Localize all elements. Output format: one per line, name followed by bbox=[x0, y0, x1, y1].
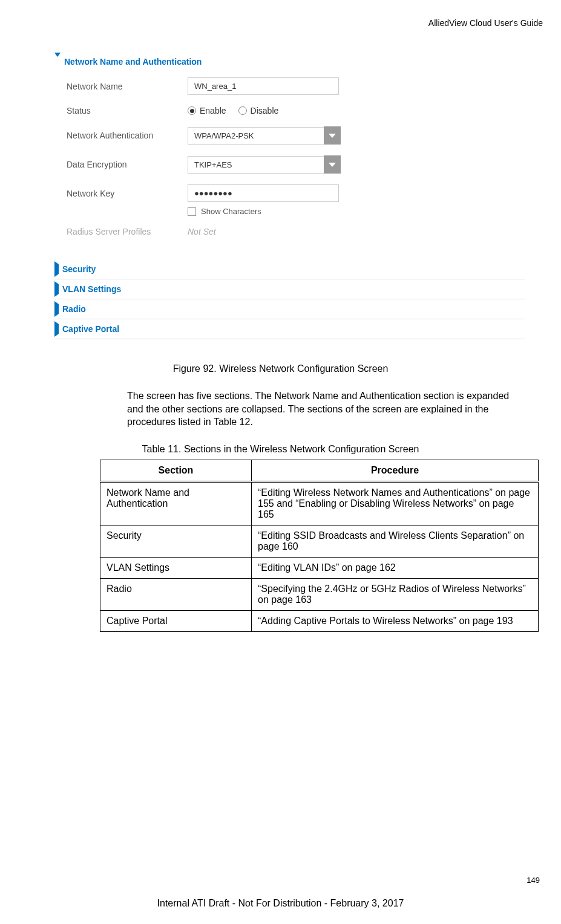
label-network-name: Network Name bbox=[67, 82, 188, 91]
network-key-input[interactable] bbox=[188, 184, 339, 202]
cell-procedure: “Editing Wireless Network Names and Auth… bbox=[252, 481, 539, 525]
data-encryption-select[interactable] bbox=[188, 155, 341, 174]
table-row: Radio “Specifying the 2.4GHz or 5GHz Rad… bbox=[100, 578, 539, 610]
show-chars-checkbox[interactable] bbox=[188, 207, 196, 216]
row-status: Status Enable Disable bbox=[67, 106, 525, 116]
section-vlan[interactable]: VLAN Settings bbox=[54, 279, 525, 299]
label-network-key: Network Key bbox=[67, 189, 188, 198]
table-row: Captive Portal “Adding Captive Portals t… bbox=[100, 610, 539, 631]
row-network-key: Network Key bbox=[67, 184, 525, 202]
dropdown-button[interactable] bbox=[324, 126, 341, 145]
page-number: 149 bbox=[527, 876, 540, 885]
radio-circle-icon bbox=[238, 106, 247, 115]
table-row: VLAN Settings “Editing VLAN IDs” on page… bbox=[100, 557, 539, 578]
label-status: Status bbox=[67, 106, 188, 116]
table-row: Network Name and Authentication “Editing… bbox=[100, 481, 539, 525]
network-auth-select[interactable] bbox=[188, 126, 341, 145]
triangle-right-icon bbox=[54, 264, 59, 274]
network-auth-value[interactable] bbox=[188, 127, 324, 145]
triangle-down-icon bbox=[54, 57, 61, 67]
form-network-auth: Network Name Status Enable Disable Netwo… bbox=[54, 71, 525, 259]
triangle-right-icon bbox=[54, 324, 59, 334]
cell-procedure: “Editing VLAN IDs” on page 162 bbox=[252, 557, 539, 578]
table-row: Security “Editing SSID Broadcasts and Wi… bbox=[100, 525, 539, 557]
body-paragraph: The screen has five sections. The Networ… bbox=[127, 389, 519, 429]
figure-caption: Figure 92. Wireless Network Configuratio… bbox=[18, 363, 543, 374]
row-network-name: Network Name bbox=[67, 77, 525, 95]
cell-section: Captive Portal bbox=[100, 610, 252, 631]
cell-section: Network Name and Authentication bbox=[100, 481, 252, 525]
section-title: Network Name and Authentication bbox=[64, 57, 202, 67]
section-security[interactable]: Security bbox=[54, 259, 525, 279]
radio-disable[interactable]: Disable bbox=[238, 106, 279, 116]
cell-section: Security bbox=[100, 525, 252, 557]
footer-text: Internal ATI Draft - Not For Distributio… bbox=[0, 898, 561, 909]
show-chars-label: Show Characters bbox=[201, 207, 261, 216]
row-radius: Radius Server Profiles Not Set bbox=[67, 227, 525, 236]
section-title: Radio bbox=[62, 304, 86, 314]
row-show-chars: Show Characters bbox=[188, 207, 525, 216]
section-captive[interactable]: Captive Portal bbox=[54, 319, 525, 339]
table-caption: Table 11. Sections in the Wireless Netwo… bbox=[18, 444, 543, 455]
radius-value: Not Set bbox=[188, 227, 216, 236]
cell-section: VLAN Settings bbox=[100, 557, 252, 578]
data-encryption-value[interactable] bbox=[188, 156, 324, 174]
network-name-input[interactable] bbox=[188, 77, 339, 95]
status-radio-group: Enable Disable bbox=[188, 106, 278, 116]
dropdown-button[interactable] bbox=[324, 155, 341, 174]
radio-circle-icon bbox=[188, 106, 196, 115]
chevron-down-icon bbox=[329, 134, 336, 138]
radio-enable[interactable]: Enable bbox=[188, 106, 226, 116]
cell-procedure: “Adding Captive Portals to Wireless Netw… bbox=[252, 610, 539, 631]
triangle-right-icon bbox=[54, 284, 59, 294]
radio-disable-label: Disable bbox=[251, 106, 279, 116]
label-data-encryption: Data Encryption bbox=[67, 160, 188, 169]
label-network-auth: Network Authentication bbox=[67, 131, 188, 140]
section-title: Captive Portal bbox=[62, 324, 119, 334]
procedures-table: Section Procedure Network Name and Authe… bbox=[100, 460, 539, 632]
label-radius: Radius Server Profiles bbox=[67, 227, 188, 236]
cell-procedure: “Editing SSID Broadcasts and Wireless Cl… bbox=[252, 525, 539, 557]
guide-title: AlliedView Cloud User's Guide bbox=[18, 18, 543, 28]
row-network-auth: Network Authentication bbox=[67, 126, 525, 145]
chevron-down-icon bbox=[329, 163, 336, 167]
th-section: Section bbox=[100, 460, 252, 481]
section-title: Security bbox=[62, 264, 96, 274]
section-radio[interactable]: Radio bbox=[54, 299, 525, 319]
section-network-auth[interactable]: Network Name and Authentication bbox=[54, 52, 525, 71]
table-header-row: Section Procedure bbox=[100, 460, 539, 481]
triangle-right-icon bbox=[54, 304, 59, 314]
radio-enable-label: Enable bbox=[200, 106, 226, 116]
row-data-encryption: Data Encryption bbox=[67, 155, 525, 174]
section-title: VLAN Settings bbox=[62, 284, 121, 294]
cell-procedure: “Specifying the 2.4GHz or 5GHz Radios of… bbox=[252, 578, 539, 610]
th-procedure: Procedure bbox=[252, 460, 539, 481]
config-screenshot: Network Name and Authentication Network … bbox=[54, 52, 525, 339]
cell-section: Radio bbox=[100, 578, 252, 610]
